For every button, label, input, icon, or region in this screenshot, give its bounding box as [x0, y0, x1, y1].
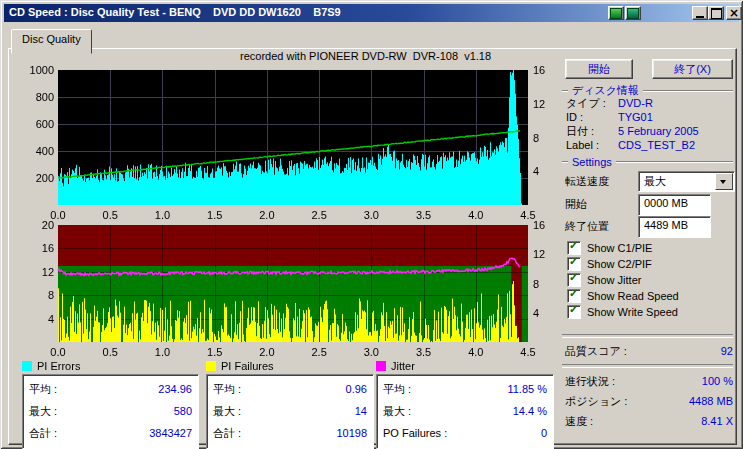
- titlebar-extra-button-1[interactable]: [608, 6, 624, 20]
- jitter-stats-panel: 平均 :11.85 % 最大 :14.4 % PO Failures :0: [376, 374, 554, 449]
- titlebar-extra-button-2[interactable]: [625, 6, 641, 20]
- transfer-speed-value: 最大: [644, 174, 666, 189]
- check-icon: ✓: [569, 271, 578, 284]
- disc-id-value: TYG01: [618, 111, 653, 123]
- disc-label-row: Label :CDS_TEST_B2: [566, 139, 733, 152]
- legend-pi-errors: PI Errors: [22, 360, 80, 372]
- stat-value: 10198: [336, 426, 367, 441]
- divider: [643, 90, 733, 92]
- checkbox-label: Show Write Speed: [587, 306, 678, 318]
- disc-date-label: 日付 :: [566, 125, 618, 138]
- stat-label: 合計 :: [29, 426, 57, 441]
- position-label: ポジション :: [565, 394, 627, 408]
- checkbox-show-write-speed[interactable]: ✓ Show Write Speed: [567, 305, 678, 318]
- stat-value: 580: [174, 404, 192, 419]
- checkbox-label: Show C1/PIE: [587, 242, 652, 254]
- stat-label: PO Failures :: [383, 426, 447, 441]
- start-button[interactable]: 開始: [565, 59, 633, 79]
- check-icon: ✓: [569, 255, 578, 268]
- disc-id-row: ID :TYG01: [566, 111, 733, 124]
- legend-pi-failures: PI Failures: [206, 360, 274, 372]
- transfer-speed-label: 転送速度: [565, 174, 609, 189]
- stat-value: 0.96: [346, 382, 367, 397]
- end-position-field[interactable]: 4489 MB: [638, 216, 711, 238]
- disc-label-label: Label :: [566, 139, 618, 152]
- checkbox-box[interactable]: ✓: [567, 289, 581, 303]
- stat-value: 14.4 %: [513, 404, 547, 419]
- checkbox-box[interactable]: ✓: [567, 241, 581, 255]
- disc-type-label: タイプ :: [566, 97, 618, 110]
- checkbox-box[interactable]: ✓: [567, 305, 581, 319]
- stat-value: 11.85 %: [507, 382, 547, 397]
- speed-value: 8.41 X: [701, 414, 733, 428]
- legend-label-pi-errors: PI Errors: [37, 360, 80, 372]
- divider: [616, 161, 733, 163]
- disc-info-header-label: ディスク情報: [572, 83, 639, 98]
- checkbox-show-jitter[interactable]: ✓ Show Jitter: [567, 273, 641, 286]
- divider: [562, 364, 733, 368]
- checkbox-show-c2-pif[interactable]: ✓ Show C2/PIF: [567, 257, 652, 270]
- exit-button[interactable]: 終了(X): [652, 59, 733, 79]
- check-icon: ✓: [569, 239, 578, 252]
- disc-info-header: ディスク情報: [562, 83, 733, 98]
- titlebar[interactable]: CD Speed : Disc Quality Test - BENQ DVD …: [4, 4, 739, 22]
- start-position-field[interactable]: 0000 MB: [638, 194, 711, 216]
- stat-value: 234.96: [158, 382, 192, 397]
- stat-row: 最大 :14.4 %: [383, 404, 547, 419]
- speed-label: 速度 :: [565, 414, 593, 428]
- maximize-icon: [711, 8, 722, 19]
- stat-row: PO Failures :0: [383, 426, 547, 441]
- tab-label: Disc Quality: [22, 33, 81, 45]
- checkbox-show-read-speed[interactable]: ✓ Show Read Speed: [567, 289, 679, 302]
- divider: [562, 90, 568, 92]
- quality-score-row: 品質スコア : 92: [565, 344, 733, 358]
- close-button[interactable]: ×: [726, 6, 742, 20]
- divider: [562, 334, 733, 338]
- stat-row: 平均 :0.96: [213, 382, 367, 397]
- dropdown-button[interactable]: [715, 173, 733, 190]
- stat-row: 最大 :580: [29, 404, 192, 419]
- transfer-speed-select[interactable]: 最大: [638, 171, 735, 192]
- checkbox-box[interactable]: ✓: [567, 257, 581, 271]
- stat-value: 0: [541, 426, 547, 441]
- position-row: ポジション : 4488 MB: [565, 394, 733, 408]
- check-icon: ✓: [569, 303, 578, 316]
- stat-label: 平均 :: [383, 382, 411, 397]
- stat-label: 最大 :: [383, 404, 411, 419]
- close-icon: ×: [727, 8, 741, 19]
- stat-row: 最大 :14: [213, 404, 367, 419]
- minimize-button[interactable]: [692, 6, 708, 20]
- stat-label: 最大 :: [29, 404, 57, 419]
- checkbox-box[interactable]: ✓: [567, 273, 581, 287]
- app-window: CD Speed : Disc Quality Test - BENQ DVD …: [0, 0, 743, 449]
- tab-disc-quality[interactable]: Disc Quality: [11, 29, 92, 54]
- disc-date-value: 5 February 2005: [618, 125, 699, 137]
- progress-row: 進行状況 : 100 %: [565, 374, 733, 388]
- stat-label: 平均 :: [29, 382, 57, 397]
- settings-header-label: Settings: [572, 156, 612, 168]
- disc-label-value: CDS_TEST_B2: [618, 139, 695, 151]
- checkbox-show-c1-pie[interactable]: ✓ Show C1/PIE: [567, 241, 652, 254]
- position-value: 4488 MB: [689, 394, 733, 408]
- disc-date-row: 日付 :5 February 2005: [566, 125, 733, 138]
- disc-type-row: タイプ :DVD-R: [566, 97, 733, 110]
- legend-jitter: Jitter: [376, 360, 415, 372]
- checkbox-label: Show Read Speed: [587, 290, 679, 302]
- progress-value: 100 %: [702, 374, 733, 388]
- pi-errors-stats-panel: 平均 :234.96 最大 :580 合計 :3843427: [22, 374, 199, 449]
- stat-label: 平均 :: [213, 382, 241, 397]
- stat-row: 平均 :11.85 %: [383, 382, 547, 397]
- checkbox-label: Show C2/PIF: [587, 258, 652, 270]
- window-title: CD Speed : Disc Quality Test - BENQ DVD …: [9, 6, 341, 18]
- quality-score-value: 92: [721, 344, 733, 358]
- stat-value: 3843427: [149, 426, 192, 441]
- start-position-label: 開始: [565, 197, 587, 212]
- check-icon: ✓: [569, 287, 578, 300]
- maximize-button[interactable]: [708, 6, 724, 20]
- legend-label-pi-failures: PI Failures: [221, 360, 274, 372]
- pie-speed-chart: [30, 60, 550, 222]
- quality-score-label: 品質スコア :: [565, 344, 627, 358]
- end-position-label: 終了位置: [565, 219, 609, 234]
- settings-header: Settings: [562, 156, 733, 168]
- stat-value: 14: [355, 404, 367, 419]
